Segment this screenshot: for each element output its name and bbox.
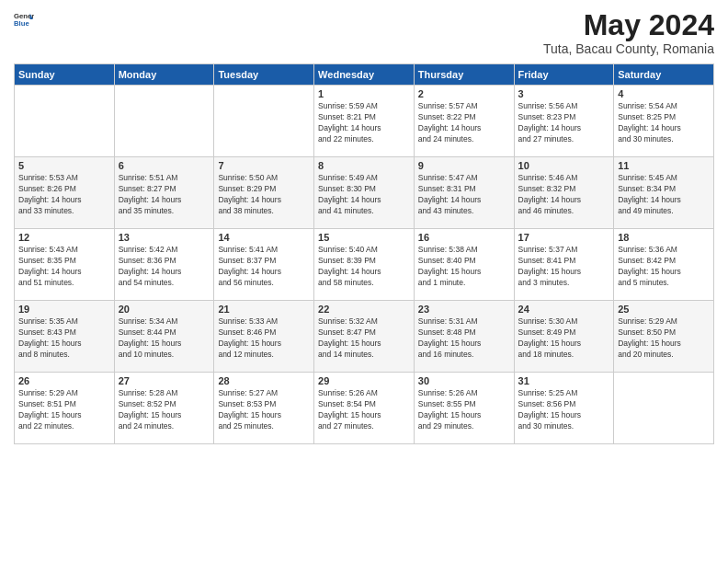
day-number: 7 [218,160,310,171]
day-number: 3 [518,88,610,99]
calendar-cell: 16Sunrise: 5:38 AM Sunset: 8:40 PM Dayli… [414,229,514,301]
cell-content: Sunrise: 5:43 AM Sunset: 8:35 PM Dayligh… [18,245,110,289]
cell-content: Sunrise: 5:36 AM Sunset: 8:42 PM Dayligh… [618,245,710,289]
day-number: 4 [618,88,710,99]
cell-content: Sunrise: 5:40 AM Sunset: 8:39 PM Dayligh… [318,245,410,289]
calendar-cell: 13Sunrise: 5:42 AM Sunset: 8:36 PM Dayli… [114,229,214,301]
calendar-cell: 5Sunrise: 5:53 AM Sunset: 8:26 PM Daylig… [15,157,115,229]
day-number: 1 [318,88,410,99]
title-area: May 2024 Tuta, Bacau County, Romania [543,9,714,56]
calendar-cell: 21Sunrise: 5:33 AM Sunset: 8:46 PM Dayli… [214,301,314,373]
day-number: 17 [518,232,610,243]
calendar-cell: 27Sunrise: 5:28 AM Sunset: 8:52 PM Dayli… [114,373,214,444]
cell-content: Sunrise: 5:31 AM Sunset: 8:48 PM Dayligh… [418,316,510,361]
col-thursday: Thursday [414,64,514,86]
day-number: 16 [418,232,510,243]
day-number: 20 [119,304,210,315]
day-number: 27 [119,375,210,386]
calendar-cell: 6Sunrise: 5:51 AM Sunset: 8:27 PM Daylig… [114,157,214,229]
generalblue-logo-icon: General Blue [14,9,34,29]
day-number: 31 [518,375,610,386]
calendar-cell: 9Sunrise: 5:47 AM Sunset: 8:31 PM Daylig… [414,157,514,229]
day-number: 18 [618,232,710,243]
calendar-cell: 2Sunrise: 5:57 AM Sunset: 8:22 PM Daylig… [414,86,514,157]
cell-content: Sunrise: 5:47 AM Sunset: 8:31 PM Dayligh… [418,173,510,217]
day-number: 21 [218,304,310,315]
page: General Blue May 2024 Tuta, Bacau County… [0,0,728,563]
cell-content: Sunrise: 5:49 AM Sunset: 8:30 PM Dayligh… [318,173,410,217]
cell-content: Sunrise: 5:41 AM Sunset: 8:37 PM Dayligh… [218,245,310,289]
calendar-cell: 12Sunrise: 5:43 AM Sunset: 8:35 PM Dayli… [15,229,115,301]
calendar-cell: 30Sunrise: 5:26 AM Sunset: 8:55 PM Dayli… [414,373,514,444]
location: Tuta, Bacau County, Romania [543,41,714,56]
week-row-5: 26Sunrise: 5:29 AM Sunset: 8:51 PM Dayli… [15,373,714,444]
day-number: 15 [318,232,410,243]
cell-content: Sunrise: 5:46 AM Sunset: 8:32 PM Dayligh… [518,173,610,217]
day-number: 26 [18,375,110,386]
calendar-cell: 22Sunrise: 5:32 AM Sunset: 8:47 PM Dayli… [314,301,415,373]
cell-content: Sunrise: 5:53 AM Sunset: 8:26 PM Dayligh… [18,173,110,217]
header-row: Sunday Monday Tuesday Wednesday Thursday… [15,64,714,86]
cell-content: Sunrise: 5:29 AM Sunset: 8:51 PM Dayligh… [18,388,110,432]
day-number: 29 [318,375,410,386]
svg-text:Blue: Blue [14,19,29,28]
day-number: 13 [119,232,210,243]
calendar-cell: 1Sunrise: 5:59 AM Sunset: 8:21 PM Daylig… [314,86,415,157]
col-friday: Friday [514,64,614,86]
calendar-cell: 29Sunrise: 5:26 AM Sunset: 8:54 PM Dayli… [314,373,415,444]
day-number: 24 [518,304,610,315]
day-number: 2 [418,88,510,99]
cell-content: Sunrise: 5:56 AM Sunset: 8:23 PM Dayligh… [518,101,610,145]
calendar-cell: 7Sunrise: 5:50 AM Sunset: 8:29 PM Daylig… [214,157,314,229]
calendar-cell: 4Sunrise: 5:54 AM Sunset: 8:25 PM Daylig… [614,86,714,157]
day-number: 30 [418,375,510,386]
cell-content: Sunrise: 5:29 AM Sunset: 8:50 PM Dayligh… [618,316,710,361]
cell-content: Sunrise: 5:54 AM Sunset: 8:25 PM Dayligh… [618,101,710,145]
calendar-cell: 14Sunrise: 5:41 AM Sunset: 8:37 PM Dayli… [214,229,314,301]
col-saturday: Saturday [614,64,714,86]
calendar-cell: 8Sunrise: 5:49 AM Sunset: 8:30 PM Daylig… [314,157,415,229]
calendar-cell [614,373,714,444]
col-monday: Monday [114,64,214,86]
cell-content: Sunrise: 5:38 AM Sunset: 8:40 PM Dayligh… [418,245,510,289]
calendar-cell: 18Sunrise: 5:36 AM Sunset: 8:42 PM Dayli… [614,229,714,301]
cell-content: Sunrise: 5:26 AM Sunset: 8:54 PM Dayligh… [318,388,410,432]
week-row-2: 5Sunrise: 5:53 AM Sunset: 8:26 PM Daylig… [15,157,714,229]
day-number: 22 [318,304,410,315]
calendar-cell: 11Sunrise: 5:45 AM Sunset: 8:34 PM Dayli… [614,157,714,229]
cell-content: Sunrise: 5:45 AM Sunset: 8:34 PM Dayligh… [618,173,710,217]
cell-content: Sunrise: 5:26 AM Sunset: 8:55 PM Dayligh… [418,388,510,432]
col-tuesday: Tuesday [214,64,314,86]
day-number: 14 [218,232,310,243]
day-number: 10 [518,160,610,171]
calendar-cell: 20Sunrise: 5:34 AM Sunset: 8:44 PM Dayli… [114,301,214,373]
cell-content: Sunrise: 5:30 AM Sunset: 8:49 PM Dayligh… [518,316,610,361]
col-wednesday: Wednesday [314,64,415,86]
calendar-cell: 31Sunrise: 5:25 AM Sunset: 8:56 PM Dayli… [514,373,614,444]
calendar-cell [114,86,214,157]
calendar-cell: 17Sunrise: 5:37 AM Sunset: 8:41 PM Dayli… [514,229,614,301]
cell-content: Sunrise: 5:27 AM Sunset: 8:53 PM Dayligh… [218,388,310,432]
calendar-cell: 25Sunrise: 5:29 AM Sunset: 8:50 PM Dayli… [614,301,714,373]
calendar-cell [214,86,314,157]
logo: General Blue [14,9,34,29]
calendar-cell: 3Sunrise: 5:56 AM Sunset: 8:23 PM Daylig… [514,86,614,157]
header: General Blue May 2024 Tuta, Bacau County… [14,9,714,56]
week-row-1: 1Sunrise: 5:59 AM Sunset: 8:21 PM Daylig… [15,86,714,157]
cell-content: Sunrise: 5:34 AM Sunset: 8:44 PM Dayligh… [119,316,210,361]
cell-content: Sunrise: 5:57 AM Sunset: 8:22 PM Dayligh… [418,101,510,145]
cell-content: Sunrise: 5:25 AM Sunset: 8:56 PM Dayligh… [518,388,610,432]
day-number: 23 [418,304,510,315]
cell-content: Sunrise: 5:33 AM Sunset: 8:46 PM Dayligh… [218,316,310,361]
col-sunday: Sunday [15,64,115,86]
day-number: 25 [618,304,710,315]
calendar-cell: 15Sunrise: 5:40 AM Sunset: 8:39 PM Dayli… [314,229,415,301]
cell-content: Sunrise: 5:37 AM Sunset: 8:41 PM Dayligh… [518,245,610,289]
cell-content: Sunrise: 5:28 AM Sunset: 8:52 PM Dayligh… [119,388,210,432]
week-row-4: 19Sunrise: 5:35 AM Sunset: 8:43 PM Dayli… [15,301,714,373]
calendar-cell: 10Sunrise: 5:46 AM Sunset: 8:32 PM Dayli… [514,157,614,229]
day-number: 8 [318,160,410,171]
calendar-cell: 24Sunrise: 5:30 AM Sunset: 8:49 PM Dayli… [514,301,614,373]
day-number: 19 [18,304,110,315]
cell-content: Sunrise: 5:42 AM Sunset: 8:36 PM Dayligh… [119,245,210,289]
